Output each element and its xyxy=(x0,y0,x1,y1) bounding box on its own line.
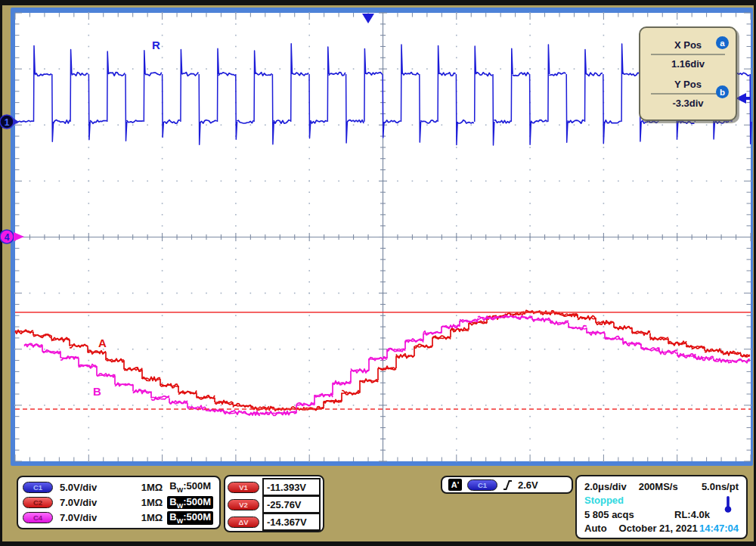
channel-row-c4[interactable]: C4 7.0V/div 1MΩ BW:500M xyxy=(23,510,213,526)
delta-v-badge[interactable]: ΔV xyxy=(228,517,259,528)
y-pos-label: Y Pos xyxy=(674,79,702,90)
acquisition-count: 5 805 acqs xyxy=(584,508,634,521)
time-value: 14:47:04 xyxy=(699,522,739,535)
timebase-value: 2.0μs/div xyxy=(584,480,627,493)
delta-v-value: -14.367V xyxy=(262,513,321,531)
measurement-row-dv: ΔV -14.367V xyxy=(228,513,321,531)
channel-row-c2[interactable]: C2 7.0V/div 1MΩ BW:500M xyxy=(23,495,213,510)
c2-bandwidth: BW:500M xyxy=(167,496,213,510)
v1-badge[interactable]: V1 xyxy=(228,482,259,493)
c1-bandwidth: BW:500M xyxy=(167,480,213,494)
y-pos-value: -3.3div xyxy=(672,98,703,109)
trace-label-R: R xyxy=(152,39,160,51)
svg-text:4: 4 xyxy=(5,232,10,243)
c4-bandwidth: BW:500M xyxy=(167,511,213,525)
c1-impedance: 1MΩ xyxy=(131,482,163,493)
datetime-line: Auto October 21, 2021 14:47:04 xyxy=(584,522,739,535)
c4-impedance: 1MΩ xyxy=(131,512,163,523)
trigger-level-value: 2.6V xyxy=(518,479,538,491)
thermometer-icon xyxy=(723,495,733,513)
x-pos-value: 1.16div xyxy=(671,58,705,70)
oscilloscope-screen: RAB14 X Pos 1.16div Y Pos -3.3div a b C1… xyxy=(0,0,756,546)
c4-scale: 7.0V/div xyxy=(60,512,129,523)
c2-impedance: 1MΩ xyxy=(131,497,163,508)
sample-resolution: 5.0ns/pt xyxy=(702,480,739,493)
measurement-row-v2: V2 -25.76V xyxy=(228,495,321,513)
date-value: October 21, 2021 xyxy=(619,522,698,535)
trigger-source-badge[interactable]: C1 xyxy=(467,479,497,491)
measurement-row-v1: V1 -11.393V xyxy=(228,478,321,496)
channel-row-c1[interactable]: C1 5.0V/div 1MΩ BW:500M xyxy=(23,479,213,495)
record-length: RL:4.0k xyxy=(674,508,710,521)
x-pos-label: X Pos xyxy=(674,39,702,51)
channel-c4-badge[interactable]: C4 xyxy=(23,512,53,523)
horizontal-readout-box[interactable]: 2.0μs/div 200MS/s 5.0ns/pt Stopped 5 805… xyxy=(575,475,748,539)
trigger-mode: Auto xyxy=(584,522,607,535)
trace-label-A: A xyxy=(98,337,107,349)
sample-rate: 200MS/s xyxy=(639,480,678,493)
acq-count-line: 5 805 acqs RL:4.0k xyxy=(584,508,739,521)
channel-readout-box[interactable]: C1 5.0V/div 1MΩ BW:500M C2 7.0V/div 1MΩ … xyxy=(17,476,221,529)
acq-status-line: Stopped xyxy=(584,494,739,507)
rising-edge-icon xyxy=(503,479,513,491)
c1-scale: 5.0V/div xyxy=(60,482,129,493)
callout-a-badge: a xyxy=(716,36,729,49)
v2-value: -25.76V xyxy=(262,495,321,513)
v1-value: -11.393V xyxy=(262,478,321,496)
c2-scale: 7.0V/div xyxy=(60,497,129,508)
cursor-measurement-box[interactable]: V1 -11.393V V2 -25.76V ΔV -14.367V xyxy=(224,475,324,532)
svg-text:1: 1 xyxy=(5,117,10,128)
channel-c1-badge[interactable]: C1 xyxy=(23,482,53,493)
acquisition-status: Stopped xyxy=(584,494,624,507)
callout-b-badge: b xyxy=(716,85,729,98)
timebase-line: 2.0μs/div 200MS/s 5.0ns/pt xyxy=(584,480,739,493)
trigger-mode-chip[interactable]: A' xyxy=(448,479,462,491)
trace-label-B: B xyxy=(93,385,101,398)
separator xyxy=(651,54,725,55)
separator xyxy=(651,93,725,95)
trigger-readout-box[interactable]: A' C1 2.6V xyxy=(441,476,573,494)
v2-badge[interactable]: V2 xyxy=(228,499,259,510)
channel-c2-badge[interactable]: C2 xyxy=(23,497,53,508)
